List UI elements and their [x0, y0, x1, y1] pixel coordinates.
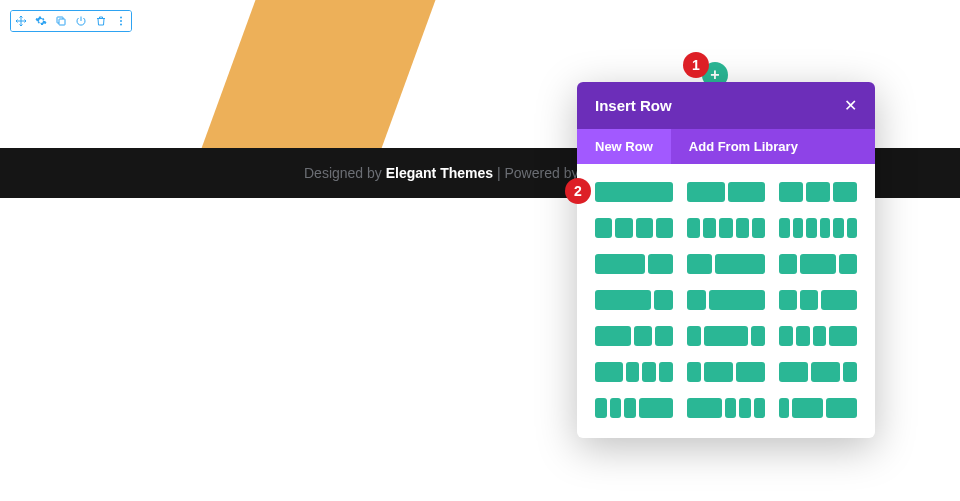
- layout-option-6[interactable]: [779, 218, 857, 238]
- layout-option-9[interactable]: [779, 254, 857, 274]
- layout-option-8[interactable]: [687, 254, 765, 274]
- layout-option-19[interactable]: [595, 398, 673, 418]
- layout-option-2[interactable]: [687, 182, 765, 202]
- footer-brand[interactable]: Elegant Themes: [386, 165, 493, 181]
- layout-option-15[interactable]: [779, 326, 857, 346]
- layout-grid: [595, 182, 857, 418]
- move-icon[interactable]: [11, 11, 31, 31]
- layout-option-3[interactable]: [779, 182, 857, 202]
- layout-option-14[interactable]: [687, 326, 765, 346]
- layout-option-11[interactable]: [687, 290, 765, 310]
- layout-option-20[interactable]: [687, 398, 765, 418]
- popup-tabs: New Row Add From Library: [577, 129, 875, 164]
- annotation-1: 1: [683, 52, 709, 78]
- tab-new-row[interactable]: New Row: [577, 129, 671, 164]
- power-icon[interactable]: [71, 11, 91, 31]
- layout-option-12[interactable]: [779, 290, 857, 310]
- layout-option-17[interactable]: [687, 362, 765, 382]
- insert-row-popup: Insert Row ✕ New Row Add From Library: [577, 82, 875, 438]
- svg-point-2: [120, 20, 122, 22]
- close-icon[interactable]: ✕: [844, 96, 857, 115]
- layout-option-21[interactable]: [779, 398, 857, 418]
- svg-point-1: [120, 17, 122, 19]
- layout-option-5[interactable]: [687, 218, 765, 238]
- duplicate-icon[interactable]: [51, 11, 71, 31]
- layout-option-13[interactable]: [595, 326, 673, 346]
- trash-icon[interactable]: [91, 11, 111, 31]
- annotation-2: 2: [565, 178, 591, 204]
- svg-rect-0: [59, 19, 65, 25]
- layout-option-10[interactable]: [595, 290, 673, 310]
- more-icon[interactable]: [111, 11, 131, 31]
- tab-add-from-library[interactable]: Add From Library: [671, 129, 816, 164]
- popup-body: [577, 164, 875, 438]
- popup-title: Insert Row: [595, 97, 672, 114]
- popup-header: Insert Row ✕: [577, 82, 875, 129]
- layout-option-7[interactable]: [595, 254, 673, 274]
- svg-point-3: [120, 24, 122, 26]
- section-toolbar: [10, 10, 132, 32]
- decorative-shape: [194, 0, 447, 170]
- layout-option-1[interactable]: [595, 182, 673, 202]
- gear-icon[interactable]: [31, 11, 51, 31]
- layout-option-16[interactable]: [595, 362, 673, 382]
- layout-option-4[interactable]: [595, 218, 673, 238]
- layout-option-18[interactable]: [779, 362, 857, 382]
